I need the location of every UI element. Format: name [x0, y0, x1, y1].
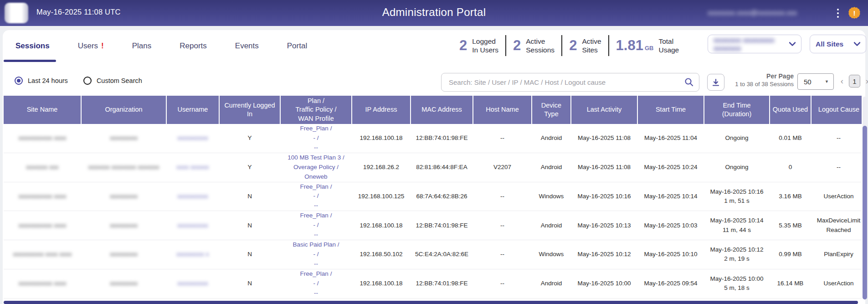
stat-logged-in-users: 2 LoggedIn Users [459, 37, 498, 55]
cell-device: Windows [532, 182, 571, 211]
cell-cause: UserAction [811, 269, 862, 298]
cell-ip: 192.168.100.18 [352, 124, 411, 153]
stat-active-sessions: 2 ActiveSessions [513, 37, 555, 55]
cell-device: Android [532, 211, 571, 240]
cell-host: V2207 [473, 153, 532, 182]
cell-mac: 5C:E4:2A:0A:82:6E [411, 240, 473, 269]
cell-username[interactable]: xxxxxxxxx x [166, 240, 219, 269]
cell-plan[interactable]: 100 MB Test Plan 3 /Overage Policy /Onew… [280, 153, 352, 182]
cell-mac: 68:7A:64:62:8B:26 [411, 182, 473, 211]
sessions-table-wrap: Site NameOrganizationUsernameCurrently L… [4, 96, 862, 304]
cell-org: xxxxxxx xxxxxxxx xxxxxxx [81, 153, 166, 182]
cell-cause: MaxDeviceLimit Reached [811, 211, 862, 240]
download-button[interactable] [707, 74, 724, 91]
cell-username[interactable]: xxxxxxxxxx [166, 269, 219, 298]
cell-start: May-16-2025 10:14 [637, 182, 704, 211]
cell-username[interactable]: xxxxxxxxxx [166, 182, 219, 211]
cell-logged: N [219, 182, 280, 211]
cell-plan[interactable]: Basic Paid Plan /- /-- [280, 240, 352, 269]
stat-active-sites: 2 ActiveSites [569, 37, 601, 55]
prev-page-button[interactable]: ‹ [837, 75, 847, 88]
cell-device: Android [532, 269, 571, 298]
table-row: xxxxxxxxxxx xxxxxxxxxxxxxxxxxxxxxxxNFree… [4, 211, 862, 240]
all-sites-dropdown[interactable]: All Sites [810, 35, 866, 53]
col-header-ip: IP Address [352, 96, 411, 124]
chevron-down-icon [789, 42, 796, 46]
top-bar: May-16-2025 11:08 UTC Administration Por… [0, 0, 868, 26]
table-row: xxxxxxx xxxxxxxxxx xxxxxxxx xxxxxxxxxxx … [4, 153, 862, 182]
tab-portal[interactable]: Portal [285, 30, 309, 62]
cell-username[interactable]: xxxxxxxxxx [166, 124, 219, 153]
cell-host: -- [473, 182, 532, 211]
cell-username[interactable]: xxxx xxxxxx [166, 153, 219, 182]
cell-logged: Y [219, 124, 280, 153]
search-input[interactable] [441, 73, 699, 92]
cell-plan[interactable]: Free_Plan /- /-- [280, 211, 352, 240]
kebab-menu-icon[interactable] [833, 6, 843, 20]
cell-end: May-16-2025 10:005 m, 18 s [704, 269, 770, 298]
per-page-label: Per Page [725, 72, 794, 80]
tab-sessions[interactable]: Sessions [14, 30, 51, 62]
pager: ‹ 1 › [837, 75, 868, 88]
cell-mac: 12:BB:74:01:98:FE [411, 269, 473, 298]
tab-users[interactable]: Users! [76, 30, 106, 62]
tab-events[interactable]: Events [233, 30, 261, 62]
stats-bar: 2 LoggedIn Users 2 ActiveSessions 2 Acti… [459, 33, 679, 58]
cell-quota: 0 [770, 153, 811, 182]
cell-org: xxxxxxxxx [81, 124, 166, 153]
cell-last: May-16-2025 10:00 [571, 269, 637, 298]
cell-start: May-16-2025 11:04 [637, 124, 704, 153]
vertical-scrollbar-thumb[interactable] [863, 126, 867, 299]
session-search [441, 73, 699, 92]
cell-ip: 192.168.100.18 [352, 269, 411, 298]
cell-ip: 192.168.26.2 [352, 153, 411, 182]
col-header-username: Username [166, 96, 219, 124]
col-header-quota: Quota Used [770, 96, 811, 124]
cell-last: May-16-2025 10:12 [571, 240, 637, 269]
col-header-start: Start Time [637, 96, 704, 124]
stat-divider [505, 35, 506, 56]
radio-custom-search[interactable]: Custom Search [83, 77, 142, 85]
cell-org: xxxxxxxxx [81, 182, 166, 211]
tab-reports[interactable]: Reports [178, 30, 209, 62]
cell-start: May-16-2025 09:54 [637, 269, 704, 298]
cell-plan[interactable]: Free_Plan /- /-- [280, 124, 352, 153]
cell-start: May-16-2025 10:24 [637, 153, 704, 182]
cell-username[interactable]: xxxxxxxxxx [166, 211, 219, 240]
time-filter-radios: Last 24 hours Custom Search [15, 77, 142, 85]
user-email[interactable]: xxxxxxxx.xxxx@xxxxxxxx.xxx [708, 9, 825, 16]
cell-site: xxxxxxxxxxx xxxx [4, 269, 81, 298]
per-page-select[interactable]: 50 ▼ [797, 73, 834, 90]
col-header-plan: Plan /Traffic Policy /WAN Profile [280, 96, 352, 124]
cell-host: -- [473, 240, 532, 269]
radio-last-24-hours[interactable]: Last 24 hours [15, 77, 68, 85]
cell-logged: N [219, 211, 280, 240]
range-text: 1 to 38 of 38 Sessions [725, 81, 794, 88]
cell-plan[interactable]: Free_Plan /- /-- [280, 269, 352, 298]
cell-cause: UserAction [811, 182, 862, 211]
col-header-last: Last Activity [571, 96, 637, 124]
cell-org: xxxxxxxxx [81, 240, 166, 269]
cell-last: May-16-2025 10:13 [571, 211, 637, 240]
col-header-logged: Currently Logged In [219, 96, 280, 124]
radio-selected-icon [15, 77, 23, 85]
horizontal-scrollbar-thumb[interactable] [4, 301, 858, 304]
administration-portal-screen: May-16-2025 11:08 UTC Administration Por… [0, 0, 868, 304]
current-page[interactable]: 1 [849, 75, 860, 88]
cell-plan[interactable]: Free_Plan /- /-- [280, 182, 352, 211]
next-page-button[interactable]: › [863, 75, 868, 88]
cell-device: Android [532, 124, 571, 153]
cell-org: xxxxxxxxx [81, 269, 166, 298]
cell-logged: N [219, 269, 280, 298]
stat-divider [608, 35, 609, 56]
organization-dropdown[interactable]: xxxxxxx xxxxxxxx xxxxxxx [708, 35, 801, 53]
cell-last: May-16-2025 11:08 [571, 124, 637, 153]
cell-site: xxxxxxxxxx xxxx xxxx [4, 240, 81, 269]
col-header-mac: MAC Address [411, 96, 473, 124]
cell-ip: 192.168.100.18 [352, 211, 411, 240]
cell-device: Windows [532, 240, 571, 269]
table-row: xxxxxxxxxx xxxx xxxxxxxxxxxxxxxxxxxxxx x… [4, 240, 862, 269]
stat-total-usage: 1.81GB TotalUsage [616, 37, 679, 55]
search-icon[interactable] [684, 77, 693, 87]
tab-plans[interactable]: Plans [130, 30, 154, 62]
